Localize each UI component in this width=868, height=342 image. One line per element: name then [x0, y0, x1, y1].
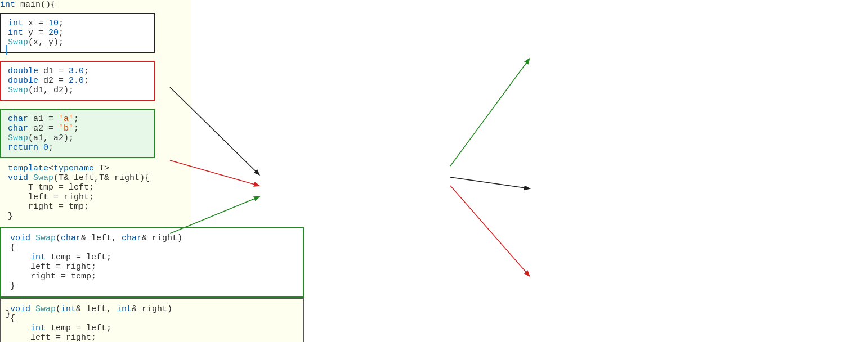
int-line2: int y = 20; [8, 28, 147, 38]
swap-char-open: { [10, 243, 294, 253]
char-line3: Swap(a1, a2); [8, 133, 147, 143]
int-line1: int x = 10; [8, 19, 147, 28]
svg-line-3 [450, 59, 529, 166]
template-line3: T tmp = left; [8, 183, 184, 192]
swap-char-sig: void Swap(char& left, char& right) [10, 233, 294, 243]
template-line4: left = right; [8, 192, 184, 202]
swap-int-l3: int temp = left; [10, 323, 294, 333]
diagram-container: int main(){ int x = 10; int y = 20; Swap… [0, 0, 868, 342]
double-line3: Swap(d1, d2); [8, 86, 147, 95]
double-line1: double d1 = 3.0; [8, 66, 147, 76]
main-function-box: int main(){ int x = 10; int y = 20; Swap… [0, 0, 191, 158]
int-block: int x = 10; int y = 20; Swap(x, y); [0, 13, 155, 53]
char-line1: char a1 = 'a'; [8, 114, 147, 124]
swap-int-l4: left = right; [10, 333, 294, 342]
svg-line-5 [450, 186, 529, 276]
main-close-brace: } [6, 309, 11, 319]
double-block: double d1 = 3.0; double d2 = 2.0; Swap(d… [0, 61, 155, 101]
double-line2: double d2 = 2.0; [8, 76, 147, 86]
template-line5: right = tmp; [8, 202, 184, 212]
swap-char-l3: int temp = left; [10, 253, 294, 262]
char-block: char a1 = 'a'; char a2 = 'b'; Swap(a1, a… [0, 109, 155, 158]
swap-char-box: void Swap(char& left, char& right) { int… [0, 227, 304, 298]
template-box: template<typename T> void Swap(T& left,T… [0, 158, 191, 227]
main-heading: int main(){ [0, 0, 191, 10]
cursor [6, 45, 7, 55]
swap-char-close: } [10, 281, 294, 291]
template-line2: void Swap(T& left,T& right){ [8, 173, 184, 183]
spacer1 [0, 53, 191, 61]
spacer2 [0, 101, 191, 109]
char-line2: char a2 = 'b'; [8, 124, 147, 133]
int-line3: Swap(x, y); [8, 38, 147, 47]
swap-char-l4: left = right; [10, 262, 294, 272]
swap-int-open: { [10, 314, 294, 323]
swap-int-sig: void Swap(int& left, int& right) [10, 304, 294, 314]
char-line4: return 0; [8, 143, 147, 152]
template-line1: template<typename T> [8, 164, 184, 173]
template-line6: } [8, 212, 184, 221]
svg-line-4 [450, 177, 529, 188]
swap-int-box: void Swap(int& left, int& right) { int t… [0, 298, 304, 342]
swap-char-l5: right = temp; [10, 272, 294, 281]
